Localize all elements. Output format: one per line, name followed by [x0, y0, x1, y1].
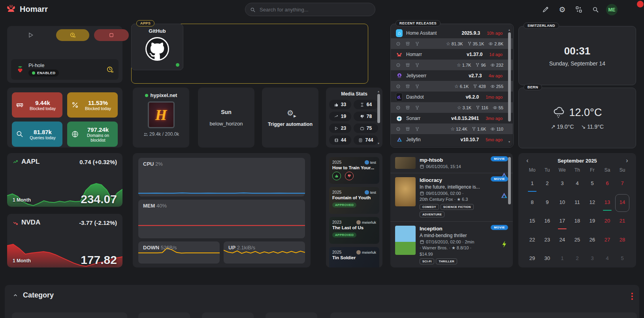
- calendar-day[interactable]: 29: [525, 253, 540, 267]
- calendar-day[interactable]: 30: [540, 253, 555, 267]
- board-switch-icon[interactable]: [573, 4, 585, 15]
- calendar-day[interactable]: 4: [570, 178, 585, 193]
- app-card[interactable]: GitHub: [131, 24, 183, 70]
- release-item[interactable]: Jellyseerr v2.7.3 4w ago ☆6.1K 428: [390, 70, 513, 92]
- chevron-up-icon[interactable]: [13, 292, 18, 299]
- calendar-day[interactable]: 12: [585, 196, 600, 212]
- request-card[interactable]: 2023 meierluk The Last of Us APPROVED: [329, 217, 379, 244]
- thumb-down-icon: [360, 114, 364, 119]
- calendar-day[interactable]: 22: [525, 234, 540, 250]
- play-icon[interactable]: [28, 31, 34, 38]
- calendar-day[interactable]: 2: [570, 253, 585, 267]
- calendar-day[interactable]: 9: [540, 196, 555, 212]
- calendar-day[interactable]: 26: [585, 234, 600, 250]
- header-search-icon[interactable]: [589, 4, 601, 15]
- search-input[interactable]: [259, 6, 370, 13]
- scroll-up-icon[interactable]: ▲: [377, 90, 380, 93]
- request-card[interactable]: 2025 test Fountain of Youth APPROVED: [329, 187, 379, 214]
- calendar-day[interactable]: 5: [615, 253, 630, 267]
- releases-scrollbar[interactable]: ▲ ▼: [507, 28, 511, 144]
- request-card[interactable]: 2025 meierluk Tin Soldier: [329, 247, 379, 267]
- vote-down-button[interactable]: [345, 172, 354, 180]
- calendar-title: September 2025: [531, 158, 623, 164]
- settings-gear-icon[interactable]: ⚙: [556, 4, 568, 15]
- scrollbar-thumb[interactable]: [508, 157, 511, 204]
- media-requests-widget: 2025 test How to Train Your... 2025: [326, 153, 382, 267]
- calendar-day[interactable]: 20: [600, 215, 615, 231]
- calendar-day[interactable]: 6: [600, 178, 615, 193]
- user-avatar[interactable]: ME: [606, 4, 618, 15]
- request-card[interactable]: 2025 test How to Train Your...: [329, 157, 379, 184]
- media-stats-scrollbar[interactable]: ▲ ▼: [377, 90, 380, 145]
- calendar-day[interactable]: 7: [615, 178, 630, 193]
- calendar-day[interactable]: 5: [585, 178, 600, 193]
- calendar-grid: 1 2 3 4 5: [525, 178, 630, 267]
- calendar-day[interactable]: 15: [525, 215, 540, 231]
- media-row[interactable]: Inception A mind-bending thriller 07/16/…: [390, 222, 513, 267]
- sun-title: Sun: [221, 109, 231, 115]
- calendar-day[interactable]: 27: [600, 234, 615, 250]
- release-item[interactable]: d. Dashdot v6.2.0 1mo ago: [390, 92, 513, 113]
- calendar-day[interactable]: 8: [525, 196, 540, 212]
- partial-card[interactable]: [266, 312, 317, 318]
- calendar-day[interactable]: 2: [540, 178, 555, 193]
- sun-state: below_horizon: [210, 121, 243, 127]
- release-item[interactable]: Jellyfin v10.10.7 5mo ago: [390, 134, 513, 145]
- scrollbar-thumb[interactable]: [508, 32, 511, 122]
- calendar-day[interactable]: 13: [600, 196, 615, 212]
- calendar-day[interactable]: 19: [585, 215, 600, 231]
- calendar-day[interactable]: 3: [555, 178, 570, 193]
- edit-mode-icon[interactable]: [540, 4, 552, 15]
- pihole-timer-icon[interactable]: [106, 65, 114, 73]
- release-stats-row: ☆3.1K 116 55: [390, 102, 513, 113]
- vote-up-button[interactable]: [332, 172, 341, 180]
- automation-widget[interactable]: ⚙▶ Trigger automation: [262, 88, 318, 148]
- release-item[interactable]: Homarr v1.37.0 1d ago ☆1.7K 96: [390, 49, 513, 70]
- calendar-day[interactable]: 1: [525, 178, 540, 193]
- scroll-down-icon[interactable]: ▼: [377, 142, 380, 145]
- calendar-day[interactable]: 17: [555, 215, 570, 231]
- partial-card[interactable]: [138, 312, 190, 318]
- movie-badge: MOVIE: [491, 156, 508, 161]
- calendar-next-icon[interactable]: ›: [623, 157, 631, 164]
- scroll-up-icon[interactable]: ▲: [508, 28, 511, 32]
- search-bar[interactable]: [245, 3, 375, 16]
- release-item[interactable]: ⌂ Home Assitant 2025.9.3 10h ago: [390, 28, 513, 49]
- calendar-day[interactable]: 25: [570, 234, 585, 250]
- clock-time: 00:31: [564, 45, 591, 57]
- calendar-day[interactable]: 4: [600, 253, 615, 267]
- calendar-day[interactable]: 23: [540, 234, 555, 250]
- calendar-day[interactable]: 21: [615, 215, 630, 231]
- media-thumbnail: [395, 226, 416, 255]
- film-icon: [334, 138, 339, 142]
- media-row[interactable]: mp-htsob 06/01/2016, 15:14 MOVIE: [390, 153, 513, 173]
- pihole-name: Pi-hole: [28, 62, 102, 68]
- calendar-day[interactable]: 18: [570, 215, 585, 231]
- scrollbar-thumb[interactable]: [377, 94, 380, 123]
- scroll-down-icon[interactable]: ▼: [508, 140, 511, 144]
- pihole-integration-row[interactable]: Pi-hole ENABLED: [11, 59, 119, 80]
- calendar-day[interactable]: 28: [615, 234, 630, 250]
- category-menu-icon[interactable]: [631, 293, 633, 300]
- calendar-prev-icon[interactable]: ‹: [524, 157, 531, 164]
- media-date: 09/01/2006, 02:00 ·: [426, 191, 463, 196]
- calendar-day[interactable]: 24: [555, 234, 570, 250]
- calendar-day[interactable]: 14: [615, 196, 630, 212]
- media-description: In the future, intelligence is...: [420, 184, 482, 190]
- calendar-day[interactable]: 1: [555, 253, 570, 267]
- stop-button[interactable]: [94, 29, 129, 41]
- minecraft-server-widget[interactable]: hypixel.net H 29.4k / 200.0k: [133, 88, 189, 148]
- calendar-day[interactable]: 3: [585, 253, 600, 267]
- pause-timer-button[interactable]: [56, 29, 89, 41]
- calendar-day[interactable]: 10: [555, 196, 570, 212]
- partial-card[interactable]: [330, 312, 637, 318]
- release-item[interactable]: Sonarr v4.0.15.2941 3mo ago ☆12.4K 1.6K: [390, 113, 513, 134]
- calendar-day[interactable]: 16: [540, 215, 555, 231]
- partial-card[interactable]: [12, 312, 127, 318]
- media-list-scrollbar[interactable]: [507, 156, 511, 264]
- stock-widget-nvda: NVDA -3.77 (-2.12%) 1 Month 177.82: [7, 214, 122, 267]
- partial-card[interactable]: [202, 312, 254, 318]
- calendar-day[interactable]: 11: [570, 196, 585, 212]
- media-row[interactable]: Idiocracy In the future, intelligence is…: [390, 173, 513, 222]
- sun-sensor-widget[interactable]: Sun below_horizon: [198, 88, 254, 148]
